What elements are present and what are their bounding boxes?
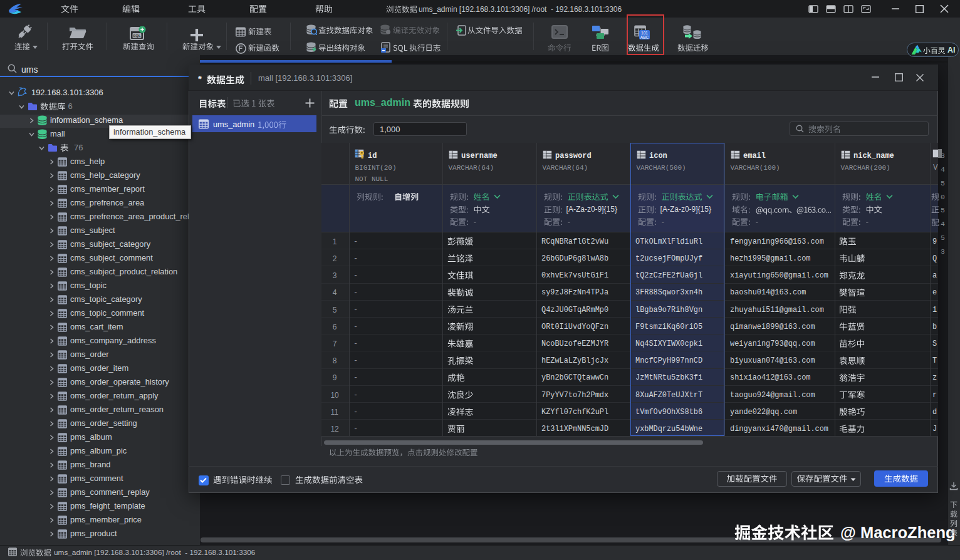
svg-text:SQL: SQL [133, 34, 141, 38]
